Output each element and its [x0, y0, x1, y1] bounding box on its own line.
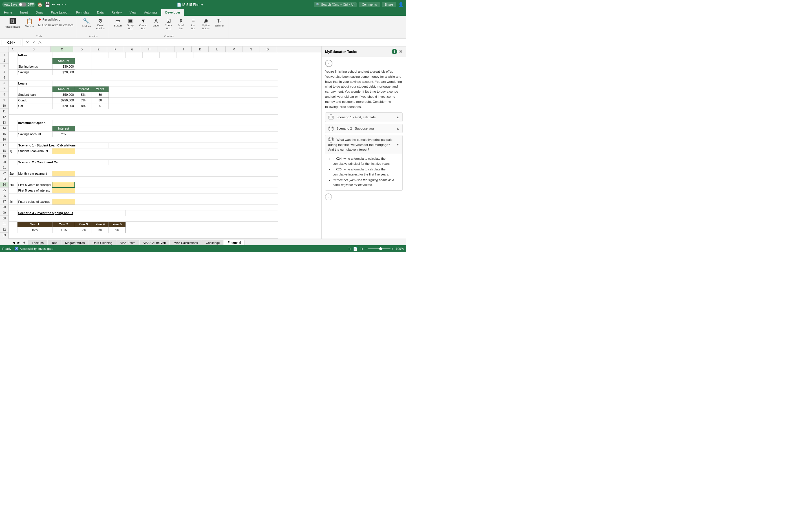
- cell-A3[interactable]: [9, 64, 17, 69]
- cell-C1[interactable]: [52, 52, 75, 58]
- cell-B31[interactable]: Year 1: [17, 221, 52, 227]
- cell-C15[interactable]: 2%: [52, 131, 75, 137]
- col-header-E[interactable]: E: [90, 47, 107, 52]
- cancel-formula-btn[interactable]: ✕: [24, 40, 30, 45]
- cell-I1[interactable]: [159, 52, 176, 58]
- col-header-L[interactable]: L: [209, 47, 225, 52]
- zoom-out-icon[interactable]: −: [365, 247, 367, 250]
- col-header-B[interactable]: B: [17, 47, 51, 52]
- cell-B24[interactable]: First 5 years of principal: [17, 182, 52, 187]
- col-header-A[interactable]: A: [8, 47, 17, 52]
- sheet-tab-vba-prism[interactable]: VBA-Prism: [116, 240, 139, 245]
- cell-C31[interactable]: Year 2: [52, 221, 75, 227]
- tab-view[interactable]: View: [125, 9, 140, 16]
- row-header-23[interactable]: 23: [0, 176, 8, 182]
- formula-input[interactable]: [44, 40, 405, 45]
- more-icon[interactable]: ⋯: [62, 2, 66, 7]
- page-layout-icon[interactable]: 📄: [353, 247, 357, 251]
- sheet-tab-vba-counteven[interactable]: VBA-CountEven: [140, 240, 169, 245]
- cell-B6[interactable]: Loans: [17, 80, 52, 86]
- cell-B2[interactable]: [17, 58, 52, 64]
- col-header-I[interactable]: I: [158, 47, 175, 52]
- row-header-25[interactable]: 25: [0, 187, 8, 193]
- cell-L1[interactable]: [210, 52, 227, 58]
- cell-N1[interactable]: [244, 52, 261, 58]
- share-button[interactable]: Share: [382, 2, 396, 7]
- cell-A9[interactable]: [9, 98, 17, 103]
- row-header-31[interactable]: 31: [0, 221, 8, 227]
- autosave-switch[interactable]: [18, 3, 27, 6]
- save-icon[interactable]: 💾: [45, 2, 50, 7]
- row-header-22[interactable]: 22: [0, 171, 8, 176]
- row-header-33[interactable]: 33: [0, 233, 8, 238]
- scenario-1-2-header[interactable]: 1.2 Scenario 2 - Suppose you ▲: [325, 124, 402, 133]
- excel-addins-button[interactable]: ⚙ ExcelAdd-ins: [94, 17, 107, 32]
- cell-C8[interactable]: $50,000: [52, 92, 75, 98]
- insert-function-btn[interactable]: ƒx: [37, 40, 43, 45]
- cell-ref-dropdown[interactable]: ▾: [13, 41, 15, 44]
- cell-C2[interactable]: Amount: [52, 58, 75, 64]
- cell-C32[interactable]: 11%: [52, 227, 75, 233]
- cell-E7[interactable]: Years: [92, 86, 109, 92]
- addins-button[interactable]: 🔧 Add-ins: [80, 17, 93, 29]
- cell-reference-box[interactable]: C24 ▾: [1, 40, 21, 45]
- row-header-27[interactable]: 27: [0, 199, 8, 205]
- autosave-toggle[interactable]: AutoSave OFF: [2, 2, 36, 7]
- cell-A14[interactable]: [9, 126, 17, 131]
- scenario-1-1-header[interactable]: 1.1 Scenario 1 - First, calculate ▲: [325, 113, 402, 122]
- tab-insert[interactable]: Insert: [16, 9, 32, 16]
- row-header-29[interactable]: 29: [0, 210, 8, 216]
- scroll-tabs-right[interactable]: ▶: [16, 240, 21, 245]
- row-header-20[interactable]: 20: [0, 159, 8, 165]
- row-header-13[interactable]: 13: [0, 120, 8, 126]
- cell-C25[interactable]: [52, 187, 75, 193]
- cell-D8[interactable]: 5%: [75, 92, 92, 98]
- row-header-9[interactable]: 9: [0, 98, 8, 103]
- row-header-21[interactable]: 21: [0, 165, 8, 171]
- cell-E32[interactable]: 9%: [92, 227, 109, 233]
- cell-B4[interactable]: Savings: [17, 69, 52, 75]
- cell-B1[interactable]: Inflow: [17, 52, 52, 58]
- group-box-control[interactable]: ▣ GroupBox: [125, 17, 136, 32]
- cell-C3[interactable]: $30,000: [52, 64, 75, 69]
- cell-D9[interactable]: 7%: [75, 98, 92, 103]
- dropdown-icon[interactable]: ▾: [201, 3, 203, 6]
- cell-A29[interactable]: [9, 210, 17, 216]
- row-header-4[interactable]: 4: [0, 69, 8, 75]
- zoom-in-icon[interactable]: +: [392, 247, 393, 250]
- task-info-button[interactable]: i: [392, 49, 397, 54]
- cell-H1[interactable]: [142, 52, 159, 58]
- row-header-19[interactable]: 19: [0, 154, 8, 159]
- confirm-formula-btn[interactable]: ✓: [31, 40, 36, 45]
- cell-O1[interactable]: [261, 52, 278, 58]
- cell-B32[interactable]: 10%: [17, 227, 52, 233]
- cell-K1[interactable]: [193, 52, 210, 58]
- cell-F1[interactable]: [109, 52, 125, 58]
- cell-E9[interactable]: 30: [92, 98, 109, 103]
- status-accessibility[interactable]: ♿ Accessibility: Investigate: [15, 247, 53, 251]
- tab-draw[interactable]: Draw: [32, 9, 47, 16]
- cell-J1[interactable]: [176, 52, 193, 58]
- col-header-N[interactable]: N: [243, 47, 259, 52]
- cell-A8[interactable]: [9, 92, 17, 98]
- zoom-slider[interactable]: [368, 248, 391, 249]
- cell-F31[interactable]: Year 5: [109, 221, 125, 227]
- cell-B7[interactable]: [17, 86, 52, 92]
- row-header-30[interactable]: 30: [0, 216, 8, 221]
- cell-A22[interactable]: 2a): [9, 171, 17, 176]
- row-header-14[interactable]: 14: [0, 126, 8, 131]
- sheet-tab-financial[interactable]: Financial: [224, 240, 245, 245]
- cell-B25[interactable]: First 5 years of interest: [17, 187, 52, 193]
- cell-B3[interactable]: Signing bonus: [17, 64, 52, 69]
- row-header-3[interactable]: 3: [0, 64, 8, 69]
- cell-D10[interactable]: 8%: [75, 103, 92, 109]
- redo-icon[interactable]: ↪: [57, 2, 60, 7]
- cell-B17[interactable]: Scenario 1 - Student Loan Calculations: [17, 143, 109, 148]
- scroll-bar-control[interactable]: ⇕ ScrollBar: [175, 17, 187, 32]
- col-header-F[interactable]: F: [107, 47, 124, 52]
- cell-A4[interactable]: [9, 69, 17, 75]
- spinner-control[interactable]: ⇅ Spinner: [213, 17, 226, 29]
- check-box-control[interactable]: ☑ CheckBox: [163, 17, 174, 32]
- cell-B13[interactable]: Investment Option: [17, 120, 52, 126]
- page-break-icon[interactable]: ⊟: [360, 247, 363, 251]
